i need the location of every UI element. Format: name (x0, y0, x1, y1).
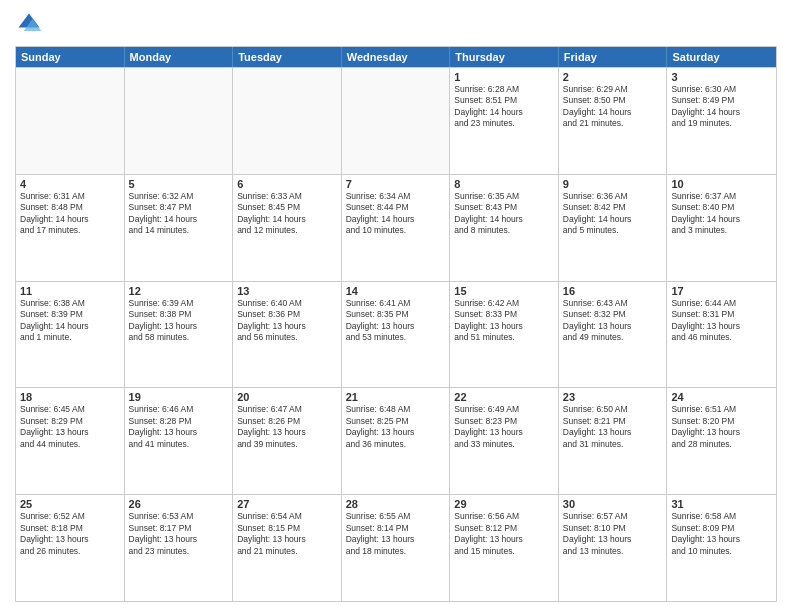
day-number: 3 (671, 71, 772, 83)
calendar-day-29: 29Sunrise: 6:56 AM Sunset: 8:12 PM Dayli… (450, 495, 559, 601)
day-info: Sunrise: 6:49 AM Sunset: 8:23 PM Dayligh… (454, 404, 554, 450)
day-info: Sunrise: 6:31 AM Sunset: 8:48 PM Dayligh… (20, 191, 120, 237)
day-number: 13 (237, 285, 337, 297)
day-number: 7 (346, 178, 446, 190)
day-info: Sunrise: 6:37 AM Sunset: 8:40 PM Dayligh… (671, 191, 772, 237)
calendar-header-sunday: Sunday (16, 47, 125, 67)
day-number: 21 (346, 391, 446, 403)
day-info: Sunrise: 6:35 AM Sunset: 8:43 PM Dayligh… (454, 191, 554, 237)
day-number: 2 (563, 71, 663, 83)
day-info: Sunrise: 6:48 AM Sunset: 8:25 PM Dayligh… (346, 404, 446, 450)
calendar-day-24: 24Sunrise: 6:51 AM Sunset: 8:20 PM Dayli… (667, 388, 776, 494)
day-number: 22 (454, 391, 554, 403)
calendar-week-2: 4Sunrise: 6:31 AM Sunset: 8:48 PM Daylig… (16, 174, 776, 281)
day-info: Sunrise: 6:40 AM Sunset: 8:36 PM Dayligh… (237, 298, 337, 344)
calendar-day-3: 3Sunrise: 6:30 AM Sunset: 8:49 PM Daylig… (667, 68, 776, 174)
calendar-header-tuesday: Tuesday (233, 47, 342, 67)
calendar-week-4: 18Sunrise: 6:45 AM Sunset: 8:29 PM Dayli… (16, 387, 776, 494)
header (15, 10, 777, 38)
day-number: 1 (454, 71, 554, 83)
day-number: 8 (454, 178, 554, 190)
calendar-day-20: 20Sunrise: 6:47 AM Sunset: 8:26 PM Dayli… (233, 388, 342, 494)
calendar-empty-cell (16, 68, 125, 174)
page: SundayMondayTuesdayWednesdayThursdayFrid… (0, 0, 792, 612)
day-number: 23 (563, 391, 663, 403)
calendar-header: SundayMondayTuesdayWednesdayThursdayFrid… (16, 47, 776, 67)
calendar-day-2: 2Sunrise: 6:29 AM Sunset: 8:50 PM Daylig… (559, 68, 668, 174)
day-info: Sunrise: 6:51 AM Sunset: 8:20 PM Dayligh… (671, 404, 772, 450)
day-info: Sunrise: 6:28 AM Sunset: 8:51 PM Dayligh… (454, 84, 554, 130)
day-info: Sunrise: 6:43 AM Sunset: 8:32 PM Dayligh… (563, 298, 663, 344)
logo (15, 10, 47, 38)
calendar-header-saturday: Saturday (667, 47, 776, 67)
day-info: Sunrise: 6:52 AM Sunset: 8:18 PM Dayligh… (20, 511, 120, 557)
day-number: 20 (237, 391, 337, 403)
day-number: 12 (129, 285, 229, 297)
calendar-day-21: 21Sunrise: 6:48 AM Sunset: 8:25 PM Dayli… (342, 388, 451, 494)
day-info: Sunrise: 6:41 AM Sunset: 8:35 PM Dayligh… (346, 298, 446, 344)
day-number: 28 (346, 498, 446, 510)
day-number: 11 (20, 285, 120, 297)
day-info: Sunrise: 6:55 AM Sunset: 8:14 PM Dayligh… (346, 511, 446, 557)
calendar-day-15: 15Sunrise: 6:42 AM Sunset: 8:33 PM Dayli… (450, 282, 559, 388)
calendar-day-18: 18Sunrise: 6:45 AM Sunset: 8:29 PM Dayli… (16, 388, 125, 494)
day-info: Sunrise: 6:56 AM Sunset: 8:12 PM Dayligh… (454, 511, 554, 557)
calendar-day-19: 19Sunrise: 6:46 AM Sunset: 8:28 PM Dayli… (125, 388, 234, 494)
day-number: 10 (671, 178, 772, 190)
day-info: Sunrise: 6:38 AM Sunset: 8:39 PM Dayligh… (20, 298, 120, 344)
calendar-week-1: 1Sunrise: 6:28 AM Sunset: 8:51 PM Daylig… (16, 67, 776, 174)
calendar-header-friday: Friday (559, 47, 668, 67)
calendar-header-wednesday: Wednesday (342, 47, 451, 67)
day-info: Sunrise: 6:33 AM Sunset: 8:45 PM Dayligh… (237, 191, 337, 237)
calendar-week-5: 25Sunrise: 6:52 AM Sunset: 8:18 PM Dayli… (16, 494, 776, 601)
day-number: 27 (237, 498, 337, 510)
calendar-day-6: 6Sunrise: 6:33 AM Sunset: 8:45 PM Daylig… (233, 175, 342, 281)
calendar-day-30: 30Sunrise: 6:57 AM Sunset: 8:10 PM Dayli… (559, 495, 668, 601)
calendar-day-14: 14Sunrise: 6:41 AM Sunset: 8:35 PM Dayli… (342, 282, 451, 388)
day-number: 5 (129, 178, 229, 190)
day-number: 26 (129, 498, 229, 510)
day-number: 25 (20, 498, 120, 510)
calendar-day-22: 22Sunrise: 6:49 AM Sunset: 8:23 PM Dayli… (450, 388, 559, 494)
day-number: 31 (671, 498, 772, 510)
day-info: Sunrise: 6:44 AM Sunset: 8:31 PM Dayligh… (671, 298, 772, 344)
calendar-day-27: 27Sunrise: 6:54 AM Sunset: 8:15 PM Dayli… (233, 495, 342, 601)
calendar-day-9: 9Sunrise: 6:36 AM Sunset: 8:42 PM Daylig… (559, 175, 668, 281)
calendar-empty-cell (342, 68, 451, 174)
day-info: Sunrise: 6:36 AM Sunset: 8:42 PM Dayligh… (563, 191, 663, 237)
calendar-day-4: 4Sunrise: 6:31 AM Sunset: 8:48 PM Daylig… (16, 175, 125, 281)
calendar-day-5: 5Sunrise: 6:32 AM Sunset: 8:47 PM Daylig… (125, 175, 234, 281)
calendar-day-26: 26Sunrise: 6:53 AM Sunset: 8:17 PM Dayli… (125, 495, 234, 601)
day-number: 4 (20, 178, 120, 190)
calendar-body: 1Sunrise: 6:28 AM Sunset: 8:51 PM Daylig… (16, 67, 776, 601)
day-number: 6 (237, 178, 337, 190)
calendar-day-8: 8Sunrise: 6:35 AM Sunset: 8:43 PM Daylig… (450, 175, 559, 281)
calendar-day-13: 13Sunrise: 6:40 AM Sunset: 8:36 PM Dayli… (233, 282, 342, 388)
day-info: Sunrise: 6:39 AM Sunset: 8:38 PM Dayligh… (129, 298, 229, 344)
day-info: Sunrise: 6:54 AM Sunset: 8:15 PM Dayligh… (237, 511, 337, 557)
day-info: Sunrise: 6:50 AM Sunset: 8:21 PM Dayligh… (563, 404, 663, 450)
calendar-day-1: 1Sunrise: 6:28 AM Sunset: 8:51 PM Daylig… (450, 68, 559, 174)
calendar-empty-cell (125, 68, 234, 174)
calendar-day-31: 31Sunrise: 6:58 AM Sunset: 8:09 PM Dayli… (667, 495, 776, 601)
day-info: Sunrise: 6:58 AM Sunset: 8:09 PM Dayligh… (671, 511, 772, 557)
calendar-week-3: 11Sunrise: 6:38 AM Sunset: 8:39 PM Dayli… (16, 281, 776, 388)
day-info: Sunrise: 6:53 AM Sunset: 8:17 PM Dayligh… (129, 511, 229, 557)
calendar-day-25: 25Sunrise: 6:52 AM Sunset: 8:18 PM Dayli… (16, 495, 125, 601)
day-number: 15 (454, 285, 554, 297)
calendar-day-17: 17Sunrise: 6:44 AM Sunset: 8:31 PM Dayli… (667, 282, 776, 388)
day-info: Sunrise: 6:30 AM Sunset: 8:49 PM Dayligh… (671, 84, 772, 130)
calendar-day-16: 16Sunrise: 6:43 AM Sunset: 8:32 PM Dayli… (559, 282, 668, 388)
day-number: 30 (563, 498, 663, 510)
calendar-empty-cell (233, 68, 342, 174)
day-info: Sunrise: 6:34 AM Sunset: 8:44 PM Dayligh… (346, 191, 446, 237)
calendar-header-monday: Monday (125, 47, 234, 67)
day-number: 16 (563, 285, 663, 297)
day-number: 17 (671, 285, 772, 297)
calendar-day-10: 10Sunrise: 6:37 AM Sunset: 8:40 PM Dayli… (667, 175, 776, 281)
day-info: Sunrise: 6:32 AM Sunset: 8:47 PM Dayligh… (129, 191, 229, 237)
day-info: Sunrise: 6:46 AM Sunset: 8:28 PM Dayligh… (129, 404, 229, 450)
day-info: Sunrise: 6:57 AM Sunset: 8:10 PM Dayligh… (563, 511, 663, 557)
calendar-day-12: 12Sunrise: 6:39 AM Sunset: 8:38 PM Dayli… (125, 282, 234, 388)
day-info: Sunrise: 6:29 AM Sunset: 8:50 PM Dayligh… (563, 84, 663, 130)
